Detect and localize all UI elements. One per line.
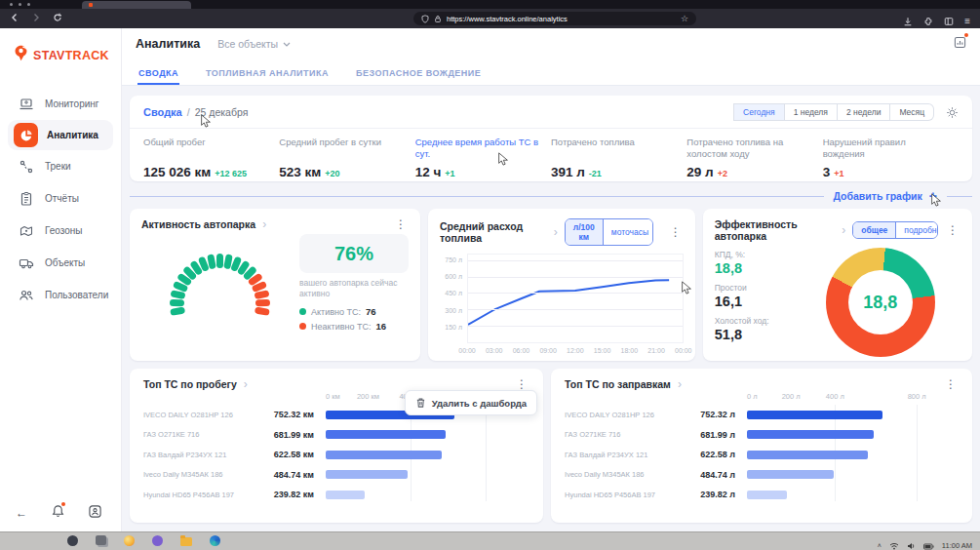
- metric-delta: +1: [834, 169, 843, 178]
- profile-avatar-icon[interactable]: [89, 504, 101, 522]
- chevron-right-icon[interactable]: ›: [842, 224, 845, 236]
- task-view-icon[interactable]: [96, 535, 106, 545]
- range-button[interactable]: Месяц: [890, 103, 934, 121]
- browser-tab[interactable]: [82, 1, 191, 9]
- sidebar-item-reports[interactable]: Отчёты: [0, 182, 121, 215]
- analytics-icon: [14, 123, 38, 147]
- menu-icon[interactable]: ≡: [964, 17, 970, 26]
- vehicle-name: ГАЗ Валдай Р234УХ 121: [565, 451, 686, 459]
- battery-icon[interactable]: [923, 536, 934, 550]
- metric-label: Среднее время работы ТС в сут.: [415, 137, 541, 160]
- edge-browser-icon[interactable]: [210, 535, 220, 546]
- range-button[interactable]: Сегодня: [733, 103, 785, 121]
- bar[interactable]: [747, 491, 787, 499]
- bar[interactable]: [326, 451, 442, 459]
- bar[interactable]: [326, 491, 365, 499]
- shield-icon[interactable]: [421, 10, 429, 27]
- browser-tab-strip: [0, 0, 980, 9]
- kebab-menu-icon[interactable]: ⋮: [514, 378, 529, 390]
- sidebar-item-tracks[interactable]: Треки: [0, 150, 121, 182]
- bookmark-star-icon[interactable]: ☆: [681, 15, 688, 23]
- url-text[interactable]: https://www.stavtrack.online/analytics: [447, 15, 676, 23]
- chevron-right-icon[interactable]: ›: [244, 378, 248, 390]
- bar[interactable]: [747, 411, 882, 419]
- sidebar-item-label: Отчёты: [45, 193, 79, 204]
- app-icon[interactable]: [152, 535, 163, 546]
- fleet-activity-card: Активность автопарка › ⋮ 76% вашего авто…: [130, 209, 420, 361]
- report-notification-icon[interactable]: [954, 35, 966, 53]
- clock[interactable]: 11:00 AM: [942, 541, 972, 550]
- mode-button[interactable]: подробно: [895, 222, 938, 238]
- legend-dot: [299, 308, 306, 315]
- kebab-menu-icon[interactable]: ⋮: [393, 218, 409, 230]
- metric-delta: +1: [445, 169, 454, 178]
- metric-value: 523 км: [279, 165, 321, 179]
- delete-from-dashboard-menu-item[interactable]: Удалить с дашборда: [405, 390, 537, 415]
- start-button-icon[interactable]: [39, 535, 50, 546]
- vehicle-name: Iveco Daily М345АК 186: [143, 470, 265, 479]
- refuels-bar-chart: 0 л200 л400 л800 л IVECO DAILY О281НР 12…: [565, 392, 959, 505]
- efficiency-mode-toggle: общееподробно: [852, 221, 938, 239]
- fuel-mode-toggle: л/100 кммоточасы: [565, 218, 653, 246]
- mode-button[interactable]: общее: [853, 222, 895, 238]
- range-button[interactable]: 2 недели: [838, 103, 890, 121]
- tab[interactable]: ТОПЛИВНАЯ АНАЛИТИКА: [205, 59, 330, 85]
- search-icon[interactable]: [67, 535, 78, 546]
- kebab-menu-icon[interactable]: ⋮: [668, 226, 684, 238]
- geozones-icon: [18, 222, 34, 239]
- bar[interactable]: [326, 470, 408, 479]
- sidebar-item-users[interactable]: Пользователи: [0, 279, 121, 311]
- wifi-icon[interactable]: [889, 536, 899, 550]
- firefox-icon[interactable]: [124, 535, 135, 546]
- top-refuels-card: Топ ТС по заправкам › ⋮ 0 л200 л400 л800…: [551, 369, 972, 523]
- add-chart-plus-icon[interactable]: +: [929, 191, 937, 201]
- bar[interactable]: [747, 451, 868, 459]
- card-title: Средний расход топлива: [440, 220, 547, 244]
- vehicle-name: ГАЗ О271КЕ 716: [143, 430, 265, 439]
- kebab-menu-icon[interactable]: ⋮: [943, 378, 959, 390]
- metric-delta: +2: [718, 169, 727, 178]
- mode-button[interactable]: моточасы: [603, 219, 653, 245]
- metric-value: 3: [823, 165, 831, 179]
- trash-icon: [415, 397, 426, 409]
- tab[interactable]: СВОДКА: [137, 59, 179, 85]
- bar-value: 622.58 л: [686, 450, 747, 459]
- collapse-sidebar-icon[interactable]: ←: [16, 506, 27, 520]
- objects-filter-dropdown[interactable]: Все объекты: [217, 38, 291, 50]
- vehicle-name: ГАЗ Валдай Р234УХ 121: [143, 451, 265, 459]
- summary-link[interactable]: Сводка: [143, 106, 182, 118]
- chevron-right-icon[interactable]: ›: [554, 226, 558, 238]
- stat-value: 16,1: [715, 294, 801, 309]
- tab[interactable]: БЕЗОПАСНОЕ ВОЖДЕНИЕ: [355, 59, 482, 85]
- gear-icon[interactable]: [946, 106, 959, 119]
- address-bar[interactable]: https://www.stavtrack.online/analytics ☆: [413, 12, 696, 25]
- back-icon[interactable]: [10, 13, 20, 22]
- volume-icon[interactable]: [907, 536, 916, 550]
- kebab-menu-icon[interactable]: ⋮: [945, 224, 960, 236]
- bar-value: 484.74 л: [686, 470, 747, 480]
- lock-icon[interactable]: [434, 10, 442, 27]
- sidebar-item-geozones[interactable]: Геозоны: [0, 215, 121, 247]
- notifications-bell-icon[interactable]: [52, 504, 64, 522]
- axis-tick: 800 л: [908, 392, 926, 401]
- bar[interactable]: [747, 430, 874, 439]
- tray-expand-icon[interactable]: ˄: [878, 542, 882, 549]
- reload-icon[interactable]: [53, 13, 62, 22]
- sidebar-item-monitoring[interactable]: Мониторинг: [0, 88, 121, 120]
- chevron-right-icon[interactable]: ›: [678, 378, 682, 390]
- file-explorer-icon[interactable]: [180, 537, 192, 546]
- sidebar-item-objects[interactable]: Объекты: [0, 247, 121, 279]
- sidebar-item-label: Пользователи: [45, 290, 108, 300]
- forward-icon[interactable]: [31, 13, 41, 22]
- bar[interactable]: [747, 470, 834, 479]
- window-controls[interactable]: [10, 3, 30, 6]
- sidebar-item-analytics[interactable]: Аналитика: [8, 120, 113, 150]
- axis-tick: 400 л: [826, 392, 844, 401]
- metric-label: Нарушений правил вождения: [823, 137, 949, 160]
- add-chart-button[interactable]: Добавить график: [834, 190, 922, 202]
- page-header: Аналитика Все объекты: [122, 28, 980, 59]
- range-button[interactable]: 1 неделя: [785, 103, 838, 121]
- chevron-right-icon[interactable]: ›: [262, 218, 266, 230]
- bar[interactable]: [326, 430, 446, 439]
- mode-button[interactable]: л/100 км: [566, 219, 603, 245]
